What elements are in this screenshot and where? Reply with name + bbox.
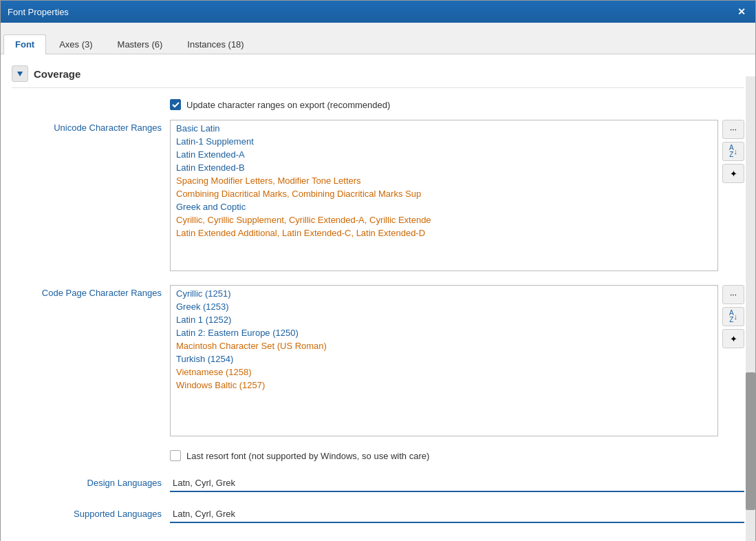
design-languages-row: Design Languages xyxy=(12,475,744,492)
code-page-ranges-label: Code Page Character Ranges xyxy=(12,285,170,298)
tab-masters[interactable]: Masters (6) xyxy=(106,34,175,54)
list-item[interactable]: Greek (1253) xyxy=(171,300,717,313)
tab-axes[interactable]: Axes (3) xyxy=(47,34,104,54)
unicode-list-container: Basic LatinLatin-1 SupplementLatin Exten… xyxy=(170,120,744,271)
main-scrollbar-thumb[interactable] xyxy=(746,372,755,510)
code-page-ranges-row: Code Page Character Ranges Cyrillic (125… xyxy=(12,285,744,436)
main-scrollbar[interactable] xyxy=(746,76,755,541)
unicode-sort-button[interactable]: AZ ↓ xyxy=(722,142,744,161)
coverage-section-header: Coverage xyxy=(12,65,744,88)
list-item[interactable]: Latin Extended-B xyxy=(171,161,717,174)
design-languages-content xyxy=(170,475,744,492)
window-title: Font Properties xyxy=(8,7,69,17)
collapse-button[interactable] xyxy=(12,65,28,82)
update-checkbox-row: Update character ranges on export (recom… xyxy=(170,99,744,110)
last-resort-checkbox-row: Last resort font (not supported by Windo… xyxy=(170,450,744,461)
tab-instances[interactable]: Instances (18) xyxy=(175,34,255,54)
list-item[interactable]: Vietnamese (1258) xyxy=(171,365,717,379)
close-button[interactable]: ✕ xyxy=(735,5,748,19)
supported-languages-row: Supported Languages xyxy=(12,506,744,523)
list-item[interactable]: Latin 2: Eastern Europe (1250) xyxy=(171,326,717,339)
code-page-list-inner: Cyrillic (1251)Greek (1253)Latin 1 (1252… xyxy=(171,286,717,393)
unicode-ranges-label: Unicode Character Ranges xyxy=(12,120,170,133)
unicode-ranges-row: Unicode Character Ranges Basic LatinLati… xyxy=(12,120,744,271)
supported-languages-content xyxy=(170,506,744,523)
supported-languages-label: Supported Languages xyxy=(12,506,170,519)
list-item[interactable]: Latin Extended-A xyxy=(171,148,717,161)
list-item[interactable]: Spacing Modifier Letters, Modifier Tone … xyxy=(171,174,717,187)
list-item[interactable]: Latin 1 (1252) xyxy=(171,313,717,326)
code-page-list-container: Cyrillic (1251)Greek (1253)Latin 1 (1252… xyxy=(170,285,744,436)
unicode-list-inner: Basic LatinLatin-1 SupplementLatin Exten… xyxy=(171,120,717,241)
unicode-ranges-content: Basic LatinLatin-1 SupplementLatin Exten… xyxy=(170,120,744,271)
design-languages-input[interactable] xyxy=(170,475,744,492)
tab-font[interactable]: Font xyxy=(3,34,46,54)
list-item[interactable]: Combining Diacritical Marks, Combining D… xyxy=(171,187,717,200)
list-item[interactable]: Latin Extended Additional, Latin Extende… xyxy=(171,226,717,240)
code-page-ranges-content: Cyrillic (1251)Greek (1253)Latin 1 (1252… xyxy=(170,285,744,436)
tab-bar: Font Axes (3) Masters (6) Instances (18) xyxy=(1,23,755,54)
unicode-btn-group: ··· AZ ↓ ✦ xyxy=(722,120,744,183)
update-checkbox-label: Update character ranges on export (recom… xyxy=(186,100,390,110)
unicode-more-button[interactable]: ··· xyxy=(722,120,744,139)
svg-marker-0 xyxy=(17,72,23,76)
code-page-more-button[interactable]: ··· xyxy=(722,285,744,304)
list-item[interactable]: Greek and Coptic xyxy=(171,200,717,213)
update-checkbox[interactable] xyxy=(170,99,181,110)
title-bar: Font Properties ✕ xyxy=(1,1,755,23)
content-area: Coverage Update character ranges on expo… xyxy=(1,54,755,541)
code-page-list-box[interactable]: Cyrillic (1251)Greek (1253)Latin 1 (1252… xyxy=(170,285,718,436)
last-resort-label: Last resort font (not supported by Windo… xyxy=(186,451,429,461)
unicode-magic-button[interactable]: ✦ xyxy=(722,164,744,183)
code-page-sort-button[interactable]: AZ ↓ xyxy=(722,307,744,326)
list-item[interactable]: Windows Baltic (1257) xyxy=(171,379,717,392)
list-item[interactable]: Turkish (1254) xyxy=(171,352,717,365)
supported-languages-input[interactable] xyxy=(170,506,744,523)
last-resort-checkbox[interactable] xyxy=(170,450,181,461)
list-item[interactable]: Cyrillic (1251) xyxy=(171,287,717,300)
section-title: Coverage xyxy=(34,68,80,80)
design-languages-label: Design Languages xyxy=(12,475,170,488)
code-page-magic-button[interactable]: ✦ xyxy=(722,329,744,348)
list-item[interactable]: Latin-1 Supplement xyxy=(171,135,717,148)
font-properties-window: Font Properties ✕ Font Axes (3) Masters … xyxy=(0,0,756,541)
unicode-list-box[interactable]: Basic LatinLatin-1 SupplementLatin Exten… xyxy=(170,120,718,271)
list-item[interactable]: Cyrillic, Cyrillic Supplement, Cyrillic … xyxy=(171,213,717,226)
list-item[interactable]: Basic Latin xyxy=(171,122,717,135)
code-page-btn-group: ··· AZ ↓ ✦ xyxy=(722,285,744,348)
list-item[interactable]: Macintosh Character Set (US Roman) xyxy=(171,339,717,352)
